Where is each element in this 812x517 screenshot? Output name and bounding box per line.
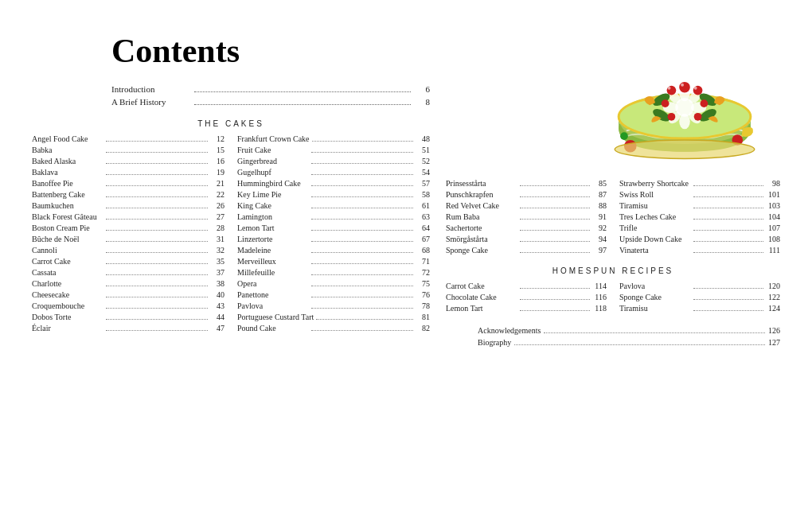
cake-name: Battenberg Cake — [32, 190, 103, 199]
cake-name: Gingerbread — [237, 157, 309, 165]
list-item: Baumkuchen26 — [32, 201, 224, 210]
svg-point-26 — [694, 87, 697, 90]
cake-name: Baumkuchen — [32, 201, 103, 210]
list-item: Boston Cream Pie28 — [32, 224, 224, 232]
cake-page: 51 — [416, 146, 430, 154]
homespun-header: HOMESPUN RECIPES — [446, 266, 780, 275]
page-title: Contents — [111, 32, 430, 70]
cake-name: Gugelhupf — [237, 168, 309, 177]
cake-name: Merveilleux — [237, 257, 309, 266]
svg-point-24 — [681, 84, 684, 87]
cake-page: 91 — [592, 212, 607, 221]
list-item: Babka15 — [32, 146, 224, 154]
cake-name: Upside Down Cake — [619, 235, 691, 243]
cake-dots — [311, 152, 413, 153]
cake-dots — [693, 241, 763, 242]
cake-page: 44 — [210, 313, 224, 321]
cake-dots — [106, 163, 208, 164]
cake-name: Bûche de Noël — [32, 235, 103, 243]
cake-page: 35 — [210, 257, 224, 266]
cake-page: 108 — [766, 235, 780, 243]
cake-name: Cannoli — [32, 246, 103, 255]
cake-page: 27 — [210, 212, 224, 221]
cake-page: 12 — [210, 134, 224, 143]
cake-name: Black Forest Gâteau — [32, 212, 103, 221]
cake-dots — [311, 163, 413, 164]
cake-name: Lemon Tart — [446, 304, 517, 313]
cake-page: 64 — [416, 224, 430, 232]
list-item: Pavlova120 — [619, 282, 780, 290]
list-item: Hummingbird Cake57 — [237, 179, 430, 188]
cake-dots — [311, 274, 413, 275]
homespun-column-2: Pavlova120Sponge Cake122Tiramisu124 — [619, 282, 780, 315]
list-item: Lamington63 — [237, 212, 430, 221]
cake-page: 57 — [416, 179, 430, 188]
list-item: Pavlova78 — [237, 301, 430, 310]
cake-page: 58 — [416, 190, 430, 199]
cake-dots — [693, 185, 763, 186]
cake-dots — [106, 230, 208, 231]
cake-name: Rum Baba — [446, 212, 517, 221]
cake-page: 107 — [766, 224, 780, 232]
cake-dots — [693, 230, 763, 231]
cake-page: 47 — [210, 324, 224, 332]
cake-dots — [106, 252, 208, 253]
cake-dots — [106, 174, 208, 175]
cake-dots — [311, 286, 413, 286]
cake-name: Dobos Torte — [32, 313, 103, 321]
cake-dots — [311, 252, 413, 253]
cake-name: Tres Leches Cake — [619, 212, 691, 221]
list-item: Bûche de Noël31 — [32, 235, 224, 243]
list-item: Battenberg Cake22 — [32, 190, 224, 199]
intro-page-2: 8 — [414, 97, 430, 107]
cake-page: 97 — [592, 246, 607, 255]
list-item: Éclair47 — [32, 324, 224, 332]
list-item: Cannoli32 — [32, 246, 224, 255]
cake-name: Baklava — [32, 168, 103, 177]
homespun-column-1: Carrot Cake114Chocolate Cake116Lemon Tar… — [446, 282, 607, 315]
cake-dots — [106, 141, 208, 142]
list-item: Strawberry Shortcake98 — [619, 179, 780, 188]
cake-page: 114 — [592, 282, 607, 290]
ack-dots — [544, 332, 765, 333]
cake-dots — [520, 219, 590, 220]
list-item: Cassata37 — [32, 268, 224, 277]
svg-point-25 — [668, 87, 671, 90]
cake-name: Banoffee Pie — [32, 179, 103, 188]
cake-page: 75 — [416, 279, 430, 288]
cake-page: 101 — [766, 190, 780, 199]
cake-dots — [106, 330, 208, 331]
list-item: Banoffee Pie21 — [32, 179, 224, 188]
intro-line-1: Introduction 6 — [111, 84, 430, 94]
cake-dots — [311, 263, 413, 264]
cake-page: 68 — [416, 246, 430, 255]
list-item: Portuguese Custard Tart81 — [237, 313, 430, 321]
ack-section: Acknowledgements126Biography127 — [446, 326, 780, 347]
cake-page: 103 — [766, 201, 780, 210]
cake-page: 116 — [592, 293, 607, 301]
intro-page-1: 6 — [414, 84, 430, 94]
cake-page: 52 — [416, 157, 430, 165]
cake-dots — [693, 288, 763, 289]
cake-page: 22 — [210, 190, 224, 199]
cake-name: Angel Food Cake — [32, 134, 103, 143]
cake-name: Key Lime Pie — [237, 190, 309, 199]
cake-dots — [106, 185, 208, 186]
cake-name: Éclair — [32, 324, 103, 332]
cake-dots — [106, 274, 208, 275]
cake-dots — [693, 208, 763, 208]
cake-dots — [311, 241, 413, 242]
cake-dots — [311, 174, 413, 175]
cake-svg — [597, 16, 772, 171]
svg-point-17 — [679, 82, 690, 93]
cake-page: 67 — [416, 235, 430, 243]
cake-name: Lamington — [237, 212, 309, 221]
cake-page: 28 — [210, 224, 224, 232]
ack-page: 127 — [768, 338, 780, 347]
cake-dots — [106, 208, 208, 208]
svg-point-21 — [701, 99, 709, 107]
cake-name: Pavlova — [619, 282, 691, 290]
list-item: Frankfurt Crown Cake48 — [237, 134, 430, 143]
cake-page: 98 — [766, 179, 780, 188]
cake-name: Babka — [32, 146, 103, 154]
